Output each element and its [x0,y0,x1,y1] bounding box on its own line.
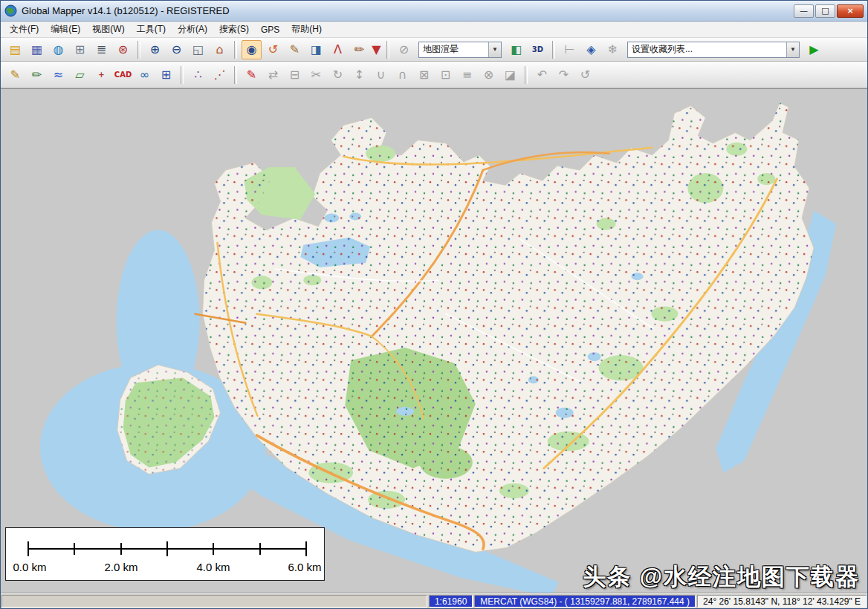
scale-label-2: 2.0 km [104,561,137,573]
toolbar-separator [525,66,528,84]
combine-areas-button[interactable]: ∪ [371,65,391,85]
move-feature-button[interactable]: ⇄ [263,65,283,85]
view-3d-button[interactable]: 3D [528,40,548,59]
gps-tracking-icon: ⊘ [399,44,409,56]
edit-attributes-button[interactable]: ≡ [457,65,477,85]
edit-vertices-icon: ✏ [32,69,42,81]
digitizer-select-button[interactable]: ✎ [5,65,25,85]
create-cad-feature-button[interactable]: CAD [113,65,133,85]
full-extent-button[interactable]: ⌂ [210,40,230,59]
vertex-tools-button[interactable]: ◪ [500,65,520,85]
fly-through-button[interactable]: ◈ [581,40,601,59]
favorites-combo[interactable]: 设置收藏列表...▼ [627,42,800,58]
sketch-tool-button[interactable]: ✎ [242,65,262,85]
toolbar-separator [234,66,237,84]
redo-digitize-button[interactable]: ↷ [554,65,574,85]
online-data-button[interactable]: ◍ [48,40,68,59]
measure-tool-icon: ✎ [290,44,299,56]
open-data-file-button[interactable]: ⊞ [70,40,90,59]
gps-tracking-button[interactable]: ⊘ [394,40,414,59]
toolbar-separator [137,41,140,59]
delete-feature-button[interactable]: ⊗ [479,65,499,85]
digitizer-toolbar: ✎✏≈▱+CAD∞⊞∴⋰✎⇄⊟✂↻↕∪∩⊠⊡≡⊗◪↶↷↺ [1,62,867,88]
zoom-in-button[interactable]: ⊕ [145,40,165,59]
create-cad-feature-icon: CAD [114,71,132,79]
create-line-from-vertices-icon: ⋰ [214,69,226,81]
menu-item-edit[interactable]: 编辑(E) [45,21,86,38]
view-3d-icon: 3D [532,46,543,53]
apply-favorite-button[interactable]: ▶ [804,40,824,59]
menu-item-help[interactable]: 帮助(H) [285,21,328,38]
zoom-tool-icon: ◉ [247,44,257,56]
favorites-combo-value: 设置收藏列表... [628,43,786,56]
maximize-button[interactable]: □ [815,4,835,18]
intersect-areas-button[interactable]: ∩ [392,65,412,85]
edit-vertices-button[interactable]: ✏ [27,65,47,85]
terrain-profile-icon: ⊢ [565,44,575,56]
overlay-control-center-button[interactable]: ≣ [91,40,111,59]
map-canvas[interactable]: 0.0 km 2.0 km 4.0 km 6.0 km 头条 @水经注地图下载器 [1,88,867,593]
chevron-down-icon[interactable]: ▼ [786,42,799,57]
create-points-from-file-icon: ∴ [194,69,201,81]
globe-app-icon [4,4,17,17]
shader-options-icon: ◧ [511,44,522,56]
digitizer-select-icon: ✎ [10,69,20,81]
zoom-out-button[interactable]: ⊖ [166,40,187,59]
shader-combo[interactable]: 地图渲晕▼ [418,42,502,58]
crop-areas-button[interactable]: ⊠ [414,65,434,85]
rotate-feature-button[interactable]: ↻ [328,65,348,85]
pan-tool-button[interactable]: ↺ [263,40,283,59]
open-file-button[interactable]: ▤ [5,40,25,59]
undo-digitize-button[interactable]: ↶ [532,65,552,85]
more-tools-dropdown-button[interactable]: ▼ [371,40,382,59]
scale-feature-button[interactable]: ↕ [349,65,369,85]
zoom-window-icon: ◱ [192,44,204,56]
menu-item-tools[interactable]: 工具(T) [131,21,172,38]
create-area-feature-button[interactable]: ▱ [70,65,90,85]
scale-feature-icon: ↕ [354,69,364,81]
repeat-digitize-button[interactable]: ↺ [575,65,595,85]
create-points-from-file-button[interactable]: ∴ [188,65,208,85]
status-scale: 1:61960 [429,595,473,608]
status-bar: 1:61960 MERCAT (WGS84) - ( 13159297.881,… [1,593,867,608]
create-line-from-vertices-button[interactable]: ⋰ [210,65,230,85]
save-workspace-button[interactable]: ▦ [27,40,47,59]
measure-tool-button[interactable]: ✎ [285,40,305,59]
main-toolbar: ▤▦◍⊞≣⊛⊕⊖◱⌂◉↺✎◨Λ✏▼⊘地图渲晕▼◧3D⊢◈❄设置收藏列表...▼▶ [1,38,867,62]
minimize-button[interactable]: — [794,4,814,18]
path-profile-tool-icon: Λ [334,44,342,56]
intersect-areas-icon: ∩ [398,69,407,81]
cut-feature-button[interactable]: ✂ [306,65,326,85]
create-line-feature-button[interactable]: ≈ [48,65,68,85]
zoom-in-icon: ⊕ [150,44,160,56]
close-button[interactable]: × [837,4,864,18]
copy-feature-icon: ⊟ [290,69,299,81]
create-point-feature-button[interactable]: + [91,65,111,85]
zoom-window-button[interactable]: ◱ [188,40,208,59]
menu-item-gps[interactable]: GPS [255,22,285,37]
zoom-tool-button[interactable]: ◉ [242,40,262,59]
menu-item-analysis[interactable]: 分析(A) [172,21,213,38]
map-render [1,89,867,593]
apply-favorite-icon: ▶ [809,44,818,56]
menu-item-search[interactable]: 搜索(S) [213,21,255,38]
chevron-down-icon[interactable]: ▼ [488,42,501,57]
shader-options-button[interactable]: ◧ [506,40,526,59]
delete-feature-icon: ⊗ [484,69,493,81]
snap-vertex-button[interactable]: ⊡ [435,65,456,85]
terrain-profile-button[interactable]: ⊢ [560,40,580,59]
menu-item-file[interactable]: 文件(F) [4,21,45,38]
save-workspace-icon: ▦ [31,44,42,56]
feature-info-tool-button[interactable]: ◨ [306,40,326,59]
repeat-digitize-icon: ↺ [580,69,590,81]
freeze-display-button[interactable]: ❄ [603,40,623,59]
rotate-feature-icon: ↻ [333,69,343,81]
create-buffer-button[interactable]: ∞ [135,65,155,85]
path-profile-tool-button[interactable]: Λ [328,40,348,59]
menu-item-view[interactable]: 视图(W) [86,21,130,38]
digitizer-tool-button[interactable]: ✏ [349,40,369,59]
configuration-button[interactable]: ⊛ [113,40,133,59]
copy-feature-button[interactable]: ⊟ [285,65,305,85]
create-grid-button[interactable]: ⊞ [156,65,176,85]
crop-areas-icon: ⊠ [419,69,429,81]
